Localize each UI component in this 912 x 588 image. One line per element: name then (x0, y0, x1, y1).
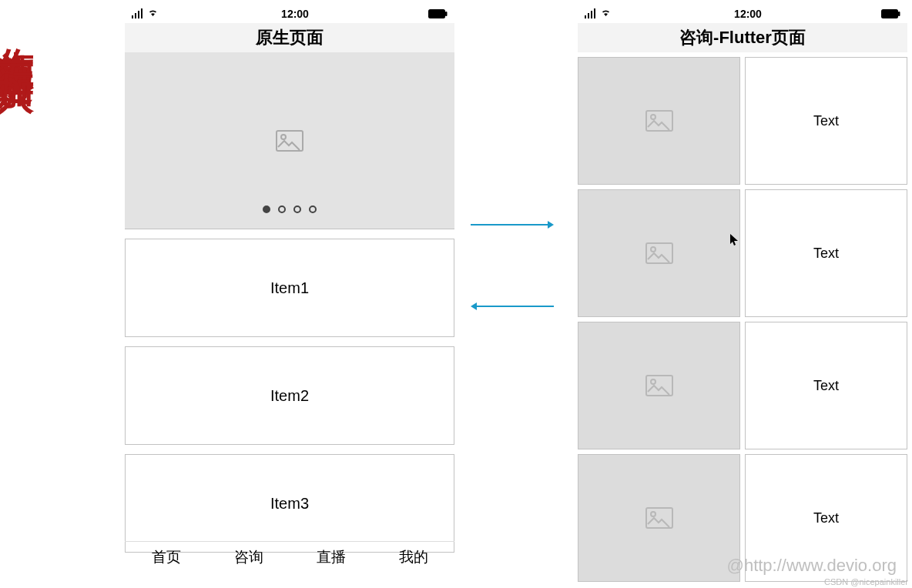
grid-image (578, 189, 740, 317)
list-item[interactable]: Item1 (125, 239, 454, 337)
dot[interactable] (278, 205, 286, 213)
arrow-left-icon (471, 302, 554, 311)
svg-point-7 (651, 115, 656, 119)
svg-point-11 (651, 379, 656, 384)
status-bar: 12:00 (125, 4, 454, 23)
watermark-url: @http://www.devio.org (727, 556, 897, 576)
image-placeholder-icon (645, 242, 673, 264)
tab-mine[interactable]: 我的 (372, 542, 454, 572)
dot[interactable] (309, 205, 317, 213)
phone-native: 12:00 原生页面 Item1 Item2 Item3 首页 咨询 直播 我的 (125, 4, 454, 572)
dot-active[interactable] (263, 205, 270, 213)
dot[interactable] (293, 205, 301, 213)
page-title: 原生页面 (125, 23, 454, 52)
image-placeholder-icon (645, 375, 673, 396)
grid-image (578, 57, 740, 185)
list-item[interactable]: Item2 (125, 346, 454, 445)
watermark-csdn: CSDN @nicepainkiller (824, 577, 908, 586)
status-time: 12:00 (734, 8, 762, 20)
mouse-cursor-icon (730, 234, 739, 249)
grid-row[interactable]: Text (578, 57, 907, 185)
list-item[interactable]: Item3 (125, 454, 454, 553)
svg-rect-1 (445, 12, 448, 16)
banner-carousel[interactable] (125, 52, 454, 229)
grid-row[interactable]: Text (578, 189, 907, 317)
svg-rect-4 (881, 9, 898, 18)
grid-image (578, 454, 740, 582)
tab-bar: 首页 咨询 直播 我的 (125, 541, 454, 572)
side-vertical-text: 作为独立页面进行加入 (4, 18, 42, 49)
grid-text: Text (745, 322, 907, 449)
signal-wifi-icon (584, 7, 615, 21)
grid-text: Text (745, 57, 907, 185)
svg-rect-6 (646, 111, 672, 131)
grid-row[interactable]: Text (578, 322, 907, 449)
battery-icon (881, 7, 901, 21)
tab-consult[interactable]: 咨询 (207, 542, 290, 572)
svg-rect-2 (277, 131, 303, 151)
tab-live[interactable]: 直播 (290, 542, 372, 572)
phone-flutter: 12:00 咨询-Flutter页面 Text Text Text Text (578, 4, 907, 572)
svg-rect-12 (646, 508, 672, 528)
svg-rect-0 (428, 9, 445, 18)
image-placeholder-icon (645, 507, 673, 529)
image-placeholder-icon (645, 110, 673, 132)
signal-wifi-icon (131, 7, 162, 21)
arrow-right-icon (471, 220, 554, 229)
svg-rect-8 (646, 243, 672, 263)
tab-home[interactable]: 首页 (125, 542, 207, 572)
page-title: 咨询-Flutter页面 (578, 23, 907, 52)
svg-point-3 (281, 135, 286, 139)
grid-image (578, 322, 740, 449)
svg-point-9 (651, 247, 656, 252)
battery-icon (428, 7, 448, 21)
image-placeholder-icon (276, 130, 303, 152)
svg-rect-5 (898, 12, 900, 16)
grid-text: Text (745, 189, 907, 317)
status-time: 12:00 (281, 8, 309, 20)
status-bar: 12:00 (578, 4, 907, 23)
svg-point-13 (651, 512, 656, 516)
carousel-dots[interactable] (263, 205, 317, 213)
svg-rect-10 (646, 376, 672, 396)
